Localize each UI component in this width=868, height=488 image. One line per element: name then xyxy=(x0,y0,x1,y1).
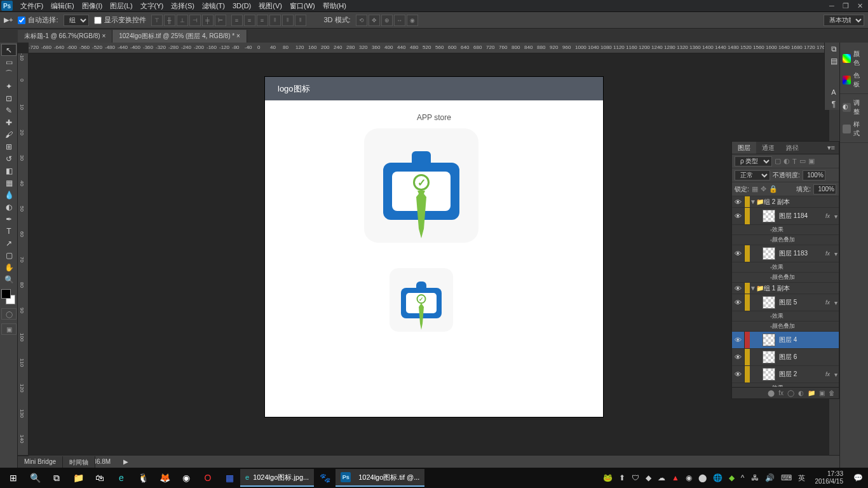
visibility-toggle[interactable]: 👁 xyxy=(732,196,745,207)
store-icon[interactable]: 🛍 xyxy=(89,468,111,488)
filter-type-icon[interactable]: T xyxy=(792,158,797,165)
menu-help[interactable]: 帮助(H) xyxy=(319,0,350,12)
menu-file[interactable]: 文件(F) xyxy=(17,0,47,12)
maximize-button[interactable]: ❐ xyxy=(839,1,853,11)
show-transform-check[interactable]: 显示变换控件 xyxy=(94,15,146,25)
dodge-tool[interactable]: ◐ xyxy=(1,201,17,213)
dist-6-icon[interactable]: ⦀ xyxy=(295,15,306,26)
blend-mode[interactable]: 正常 xyxy=(735,170,770,180)
screen-mode[interactable]: ▣ xyxy=(1,323,17,335)
3d-roll-icon[interactable]: ◉ xyxy=(407,15,418,26)
tray-icon[interactable]: 🌐 xyxy=(713,473,722,482)
type-tool[interactable]: T xyxy=(1,225,17,237)
fx-row[interactable]: ◦ 效果 xyxy=(732,225,839,235)
color-picker[interactable] xyxy=(1,289,17,304)
visibility-toggle[interactable]: 👁 xyxy=(732,332,745,348)
visibility-toggle[interactable]: 👁 xyxy=(732,283,745,294)
move-tool[interactable]: ↖ xyxy=(1,44,17,56)
visibility-toggle[interactable]: 👁 xyxy=(732,245,745,262)
history-brush-tool[interactable]: ↺ xyxy=(1,152,17,165)
align-hcenter-icon[interactable]: ╪ xyxy=(202,15,214,26)
layer-2[interactable]: 👁图层 2fx▾ xyxy=(732,366,839,383)
filter-smart-icon[interactable]: ▣ xyxy=(808,157,815,165)
3d-slide-icon[interactable]: ↔ xyxy=(394,15,405,26)
layer-4[interactable]: 👁图层 4 xyxy=(732,332,839,349)
opera-icon[interactable]: O xyxy=(197,468,219,488)
eraser-tool[interactable]: ◧ xyxy=(1,165,17,177)
auto-select-check[interactable]: 自动选择: xyxy=(18,15,58,25)
group-icon[interactable]: 📁 xyxy=(808,390,815,396)
brush-tool[interactable]: 🖌 xyxy=(1,128,17,140)
firefox-icon[interactable]: 🦊 xyxy=(154,468,175,488)
tray-icon[interactable]: ◆ xyxy=(729,473,735,482)
fx-overlay-row[interactable]: ◦ 颜色叠加 xyxy=(732,273,839,283)
tray-icon[interactable]: ◆ xyxy=(646,473,651,482)
align-top-icon[interactable]: ⊤ xyxy=(151,15,163,26)
blur-tool[interactable]: 💧 xyxy=(1,189,17,201)
align-left-icon[interactable]: ⊣ xyxy=(189,15,201,26)
dist-4-icon[interactable]: ⦀ xyxy=(269,15,281,26)
explorer-icon[interactable]: 📁 xyxy=(67,468,89,488)
tab-paths[interactable]: 路径 xyxy=(780,142,804,154)
visibility-toggle[interactable]: 👁 xyxy=(732,349,745,365)
hand-tool[interactable]: ✋ xyxy=(1,261,17,273)
tray-icon[interactable]: ▲ xyxy=(672,473,679,482)
tab-timeline[interactable]: 时间轴 xyxy=(63,456,95,468)
fill-input[interactable] xyxy=(813,184,836,194)
start-button[interactable]: ⊞ xyxy=(3,468,24,488)
align-right-icon[interactable]: ⊢ xyxy=(215,15,226,26)
fx-overlay-row[interactable]: ◦ 颜色叠加 xyxy=(732,322,839,332)
align-vcenter-icon[interactable]: ╫ xyxy=(164,15,175,26)
ime-indicator[interactable]: ⌨ xyxy=(781,473,792,482)
ruler-horizontal[interactable]: -720-680-640-600-560-520-480-440-400-360… xyxy=(29,43,839,53)
layer-1183[interactable]: 👁图层 1183fx▾ xyxy=(732,245,839,262)
fill-adj-icon[interactable]: ◐ xyxy=(798,390,804,396)
menu-filter[interactable]: 滤镜(T) xyxy=(198,0,229,12)
marquee-tool[interactable]: ▭ xyxy=(1,56,17,68)
layer-group-2[interactable]: 👁▼📁组 2 副本 xyxy=(732,196,839,208)
taskview-button[interactable]: ⧉ xyxy=(46,468,67,488)
fx-overlay-row[interactable]: ◦ 颜色叠加 xyxy=(732,235,839,245)
visibility-toggle[interactable]: 👁 xyxy=(732,294,745,311)
filter-adj-icon[interactable]: ◐ xyxy=(783,157,790,165)
dock-history[interactable]: ⧉ xyxy=(826,43,841,55)
menu-type[interactable]: 文字(Y) xyxy=(137,0,168,12)
gradient-tool[interactable]: ▦ xyxy=(1,177,17,189)
dist-2-icon[interactable]: ≡ xyxy=(244,15,255,26)
close-button[interactable]: ✕ xyxy=(853,1,867,11)
menu-view[interactable]: 视图(V) xyxy=(255,0,286,12)
notifications-icon[interactable]: 💬 xyxy=(853,473,863,482)
3d-orbit-icon[interactable]: ⟲ xyxy=(356,15,367,26)
shape-tool[interactable]: ▢ xyxy=(1,249,17,261)
tray-up-icon[interactable]: ^ xyxy=(741,473,745,482)
tab-channels[interactable]: 通道 xyxy=(756,142,780,154)
visibility-toggle[interactable]: 👁 xyxy=(732,208,745,224)
dock-para[interactable]: ¶ xyxy=(826,98,841,110)
dock-swatches[interactable]: 色板 xyxy=(840,69,868,91)
tab-doc-2[interactable]: 1024lgo图标.tif @ 25% (图层 4, RGB/8) * × xyxy=(112,30,247,43)
lasso-tool[interactable]: ⌒ xyxy=(1,68,17,80)
filter-shape-icon[interactable]: ▭ xyxy=(799,157,806,165)
align-bottom-icon[interactable]: ⊥ xyxy=(177,15,188,26)
new-layer-icon[interactable]: ▣ xyxy=(819,390,825,396)
eyedropper-tool[interactable]: ✎ xyxy=(1,104,17,116)
edge-icon[interactable]: e xyxy=(111,468,132,488)
qq-icon[interactable]: 🐧 xyxy=(132,468,154,488)
clock[interactable]: 17:332016/4/15 xyxy=(811,470,848,485)
pen-tool[interactable]: ✒ xyxy=(1,213,17,225)
dist-3-icon[interactable]: ≡ xyxy=(257,15,268,26)
heal-tool[interactable]: ✚ xyxy=(1,116,17,128)
app-icon[interactable]: ▦ xyxy=(219,468,240,488)
dock-styles[interactable]: 样式 xyxy=(840,118,868,140)
lock-pixels-icon[interactable]: ▦ xyxy=(752,185,758,193)
dock-actions[interactable]: ▤ xyxy=(826,55,841,67)
lock-pos-icon[interactable]: ✥ xyxy=(761,185,766,193)
tray-icon[interactable]: ⬤ xyxy=(698,473,707,482)
stamp-tool[interactable]: ⊞ xyxy=(1,140,17,152)
menu-window[interactable]: 窗口(W) xyxy=(286,0,319,12)
search-button[interactable]: 🔍 xyxy=(24,468,46,488)
auto-select-target[interactable]: 组 xyxy=(64,15,89,26)
fx-icon[interactable]: fx xyxy=(778,390,783,396)
ime-lang[interactable]: 英 xyxy=(798,473,805,483)
status-arrow-icon[interactable]: ▶ xyxy=(123,458,128,465)
